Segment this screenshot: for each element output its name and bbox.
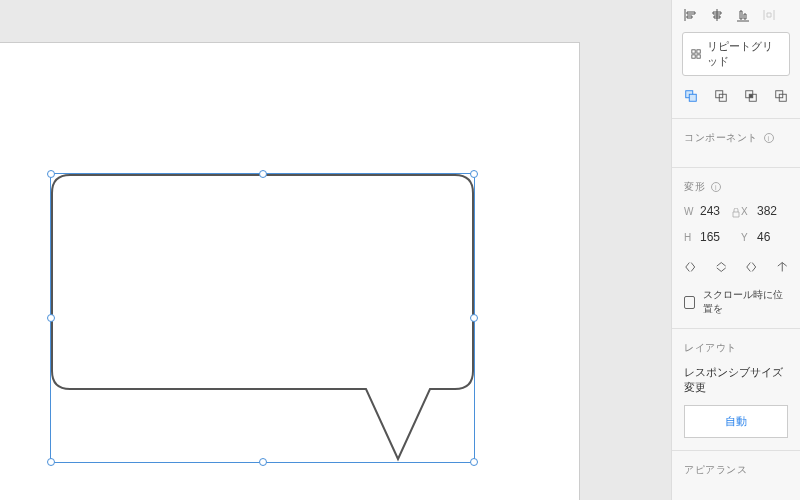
svg-rect-1 <box>697 50 700 53</box>
lock-aspect-icon[interactable] <box>732 208 740 218</box>
x-field[interactable]: X 382 <box>741 204 788 218</box>
boolean-intersect-icon[interactable] <box>744 88 758 104</box>
repeat-grid-icon <box>691 48 701 60</box>
boolean-subtract-icon[interactable] <box>714 88 728 104</box>
component-section: コンポーネント i <box>672 118 800 167</box>
y-value: 46 <box>757 230 770 244</box>
height-label: H <box>684 232 694 243</box>
x-label: X <box>741 206 751 217</box>
info-icon[interactable]: i <box>711 182 721 192</box>
align-bottom-icon[interactable] <box>736 8 750 22</box>
responsive-resize-label: レスポンシブサイズ変更 <box>684 365 788 395</box>
transform-section: 変形 i W 243 X 382 H 165 Y 46 <box>672 167 800 328</box>
property-panel: リピートグリッド コンポーネント i 変形 i W 243 X 382 <box>671 0 800 500</box>
component-header: コンポーネント <box>684 131 758 145</box>
repeat-grid-label: リピートグリッド <box>707 39 781 69</box>
x-value: 382 <box>757 204 777 218</box>
repeat-grid-button[interactable]: リピートグリッド <box>682 32 790 76</box>
appearance-section: アピアランス <box>672 450 800 499</box>
align-center-h-icon[interactable] <box>710 8 724 22</box>
resize-handle-bl[interactable] <box>47 458 55 466</box>
y-label: Y <box>741 232 751 243</box>
y-field[interactable]: Y 46 <box>741 230 788 244</box>
fix-on-scroll-label: スクロール時に位置を <box>703 288 788 316</box>
resize-handle-br[interactable] <box>470 458 478 466</box>
auto-button[interactable]: 自動 <box>684 405 788 438</box>
width-value: 243 <box>700 204 720 218</box>
resize-handle-tr[interactable] <box>470 170 478 178</box>
height-field[interactable]: H 165 <box>684 230 731 244</box>
align-more-icon[interactable] <box>762 8 776 22</box>
appearance-header: アピアランス <box>684 463 747 477</box>
resize-handle-tl[interactable] <box>47 170 55 178</box>
resize-handle-mr[interactable] <box>470 314 478 322</box>
flip-vertical-icon[interactable] <box>715 260 728 274</box>
layout-section: レイアウト レスポンシブサイズ変更 自動 <box>672 328 800 450</box>
auto-button-label: 自動 <box>725 415 747 427</box>
rotate-icon[interactable] <box>745 260 758 274</box>
svg-rect-5 <box>689 94 696 101</box>
svg-rect-10 <box>749 94 753 98</box>
boolean-add-icon[interactable] <box>684 88 698 104</box>
align-left-icon[interactable] <box>684 8 698 22</box>
flip-horizontal-icon[interactable] <box>684 260 697 274</box>
resize-handle-ml[interactable] <box>47 314 55 322</box>
artboard[interactable] <box>0 42 580 500</box>
width-label: W <box>684 206 694 217</box>
resize-handle-bm[interactable] <box>259 458 267 466</box>
width-field[interactable]: W 243 <box>684 204 731 218</box>
align-toolbar <box>672 0 800 32</box>
resize-handle-tm[interactable] <box>259 170 267 178</box>
boolean-ops <box>672 88 800 118</box>
info-icon[interactable]: i <box>764 133 774 143</box>
svg-rect-3 <box>697 55 700 58</box>
fix-on-scroll-checkbox[interactable] <box>684 296 695 309</box>
height-value: 165 <box>700 230 720 244</box>
boolean-exclude-icon[interactable] <box>774 88 788 104</box>
canvas-area[interactable] <box>0 0 671 500</box>
transform-header: 変形 <box>684 180 705 194</box>
rotate-2-icon[interactable] <box>776 260 789 274</box>
svg-rect-0 <box>692 50 695 53</box>
svg-rect-2 <box>692 55 695 58</box>
layout-header: レイアウト <box>684 341 737 355</box>
selection-box[interactable] <box>50 173 475 463</box>
